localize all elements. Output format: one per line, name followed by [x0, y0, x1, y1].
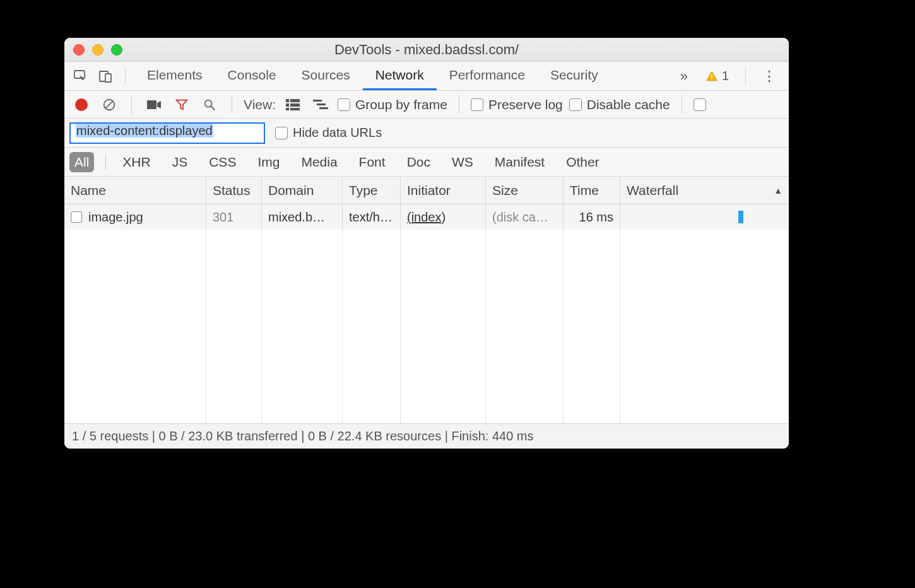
filter-row: mixed-content:displayed Hide data URLs [64, 119, 789, 148]
type-filter-xhr[interactable]: XHR [117, 152, 155, 172]
network-grid: Name Status Domain Type Initiator Size T… [64, 177, 789, 423]
column-guides [64, 204, 789, 423]
col-domain[interactable]: Domain [262, 177, 343, 204]
group-by-frame-label: Group by frame [355, 97, 447, 112]
svg-point-8 [205, 100, 212, 107]
capture-screenshots-icon[interactable] [143, 94, 165, 115]
svg-rect-15 [290, 108, 300, 110]
hide-data-urls-checkbox[interactable]: Hide data URLs [275, 126, 382, 140]
warning-icon [705, 70, 718, 83]
tab-elements[interactable]: Elements [134, 62, 215, 90]
group-by-frame-checkbox[interactable]: Group by frame [338, 97, 447, 112]
col-waterfall[interactable]: Waterfall ▲ [620, 177, 789, 204]
type-filter-img[interactable]: Img [252, 152, 285, 172]
view-label: View: [244, 97, 276, 112]
cell-initiator[interactable]: (index) [401, 204, 486, 230]
warnings-badge[interactable]: 1 [698, 69, 736, 83]
more-tabs-button[interactable]: » [674, 68, 694, 85]
type-filter-media[interactable]: Media [296, 152, 342, 172]
inspect-element-icon[interactable] [69, 66, 91, 87]
grid-body[interactable]: image.jpg 301 mixed.b… text/h… (index) (… [64, 204, 789, 423]
filter-input[interactable]: mixed-content:displayed [69, 122, 265, 144]
cell-type: text/h… [343, 204, 401, 230]
cell-waterfall [620, 204, 789, 230]
divider [232, 96, 232, 114]
col-initiator[interactable]: Initiator [401, 177, 486, 204]
svg-rect-7 [147, 100, 156, 109]
svg-rect-3 [711, 74, 712, 77]
cell-name-text: image.jpg [88, 210, 143, 225]
type-filter-css[interactable]: CSS [204, 152, 241, 172]
window-title: DevTools - mixed.badssl.com/ [64, 42, 789, 58]
type-filter-other[interactable]: Other [561, 152, 605, 172]
grid-header: Name Status Domain Type Initiator Size T… [64, 177, 789, 204]
preserve-log-label: Preserve log [488, 97, 563, 112]
col-type[interactable]: Type [343, 177, 401, 204]
type-filter-doc[interactable]: Doc [402, 152, 435, 172]
type-filter-all[interactable]: All [69, 152, 94, 172]
filter-input-value: mixed-content:displayed [76, 124, 213, 138]
filter-icon[interactable] [171, 94, 192, 115]
sort-indicator-icon: ▲ [774, 185, 782, 196]
tab-performance[interactable]: Performance [437, 62, 538, 90]
record-button[interactable] [71, 94, 92, 115]
panel-tabs: Elements Console Sources Network Perform… [134, 62, 670, 90]
main-tabs: Elements Console Sources Network Perform… [64, 62, 789, 91]
clear-button[interactable] [98, 94, 120, 115]
type-filter-font[interactable]: Font [354, 152, 391, 172]
type-filter-row: All XHR JS CSS Img Media Font Doc WS Man… [64, 148, 789, 177]
col-time[interactable]: Time [564, 177, 620, 204]
col-name[interactable]: Name [64, 177, 206, 204]
offline-checkbox-partial[interactable] [694, 98, 706, 111]
warning-count: 1 [722, 69, 729, 83]
file-icon [71, 211, 82, 223]
cell-size: (disk ca… [486, 204, 564, 230]
svg-rect-4 [711, 78, 712, 79]
tab-console[interactable]: Console [215, 62, 289, 90]
tab-security[interactable]: Security [538, 62, 611, 90]
divider [745, 68, 746, 85]
svg-rect-12 [286, 103, 289, 107]
col-status[interactable]: Status [206, 177, 262, 204]
hide-data-urls-label: Hide data URLs [293, 126, 382, 140]
svg-rect-10 [286, 99, 289, 102]
cell-time: 16 ms [564, 204, 620, 230]
cell-name: image.jpg [64, 204, 206, 230]
type-filter-ws[interactable]: WS [447, 152, 478, 172]
settings-menu-button[interactable]: ⋮ [755, 68, 784, 85]
search-icon[interactable] [199, 94, 220, 115]
svg-line-9 [211, 106, 215, 110]
overview-icon[interactable] [310, 94, 331, 115]
large-rows-icon[interactable] [282, 94, 304, 115]
divider [125, 68, 126, 85]
svg-rect-2 [105, 74, 111, 82]
divider [105, 155, 106, 170]
devtools-window: DevTools - mixed.badssl.com/ Elements Co… [64, 38, 789, 449]
statusbar-text: 1 / 5 requests | 0 B / 23.0 KB transferr… [72, 429, 534, 444]
cell-domain: mixed.b… [262, 204, 343, 230]
table-row[interactable]: image.jpg 301 mixed.b… text/h… (index) (… [64, 204, 789, 230]
toggle-device-toolbar-icon[interactable] [95, 66, 116, 87]
disable-cache-checkbox[interactable]: Disable cache [569, 97, 670, 112]
svg-rect-0 [74, 71, 85, 78]
cell-status: 301 [206, 204, 262, 230]
tab-network[interactable]: Network [363, 62, 437, 90]
preserve-log-checkbox[interactable]: Preserve log [471, 97, 563, 112]
svg-rect-16 [313, 100, 322, 102]
network-toolbar: View: Group by frame Preserve log Disabl… [64, 91, 789, 119]
divider [682, 96, 682, 114]
type-filter-manifest[interactable]: Manifest [490, 152, 550, 172]
svg-rect-13 [290, 103, 300, 107]
svg-rect-14 [286, 108, 289, 110]
col-size[interactable]: Size [486, 177, 564, 204]
divider [459, 96, 459, 114]
titlebar: DevTools - mixed.badssl.com/ [64, 38, 789, 62]
svg-line-6 [105, 100, 114, 109]
statusbar: 1 / 5 requests | 0 B / 23.0 KB transferr… [64, 423, 789, 449]
tab-sources[interactable]: Sources [289, 62, 363, 90]
svg-rect-17 [317, 103, 326, 105]
type-filter-js[interactable]: JS [167, 152, 193, 172]
divider [131, 96, 132, 114]
col-waterfall-label: Waterfall [627, 183, 678, 198]
svg-rect-18 [319, 107, 328, 109]
